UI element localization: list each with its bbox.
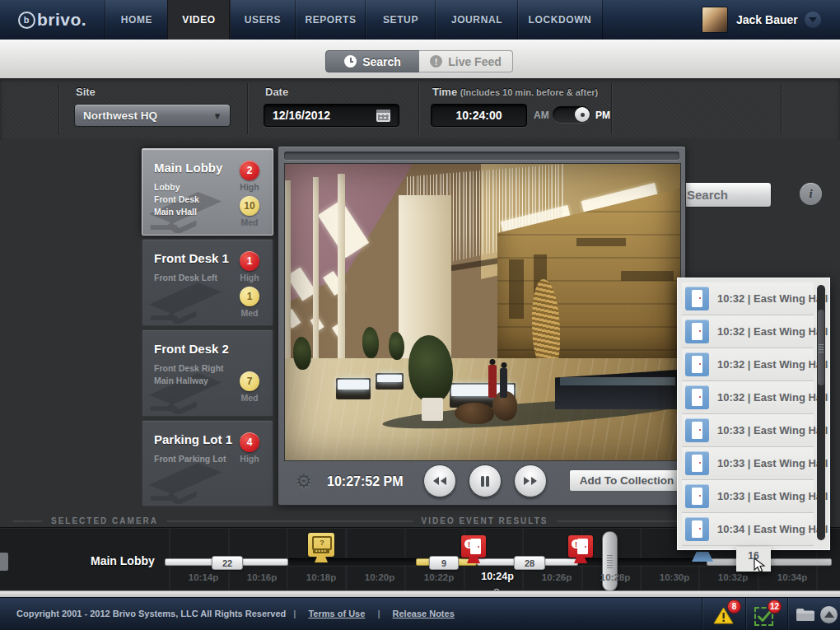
time-input[interactable]: 10:24:00: [431, 104, 527, 127]
pm-label[interactable]: PM: [595, 110, 610, 121]
camera-zone: Front Desk Right: [154, 363, 224, 373]
time-tick: 10:34p: [766, 572, 819, 582]
event-row[interactable]: 10:34 | East Wing Hall: [682, 513, 814, 546]
event-row[interactable]: 10:33 | East Wing Hall: [682, 414, 814, 447]
nav-tab-label: REPORTS: [305, 14, 356, 26]
add-to-collection-button[interactable]: Add To Collection: [569, 469, 684, 492]
date-label: Date: [265, 86, 288, 98]
nav-tab-video[interactable]: VIDEO: [167, 0, 231, 40]
event-count-marker[interactable]: 22: [212, 556, 243, 570]
event-count-marker[interactable]: 28: [514, 556, 545, 570]
nav-tab-lockdown[interactable]: LOCKDOWN: [517, 0, 603, 40]
rewind-button[interactable]: [423, 464, 456, 497]
camera-card-front-desk-2[interactable]: Front Desk 2 Front Desk Right Main Hallw…: [142, 329, 273, 417]
event-row[interactable]: 10:33 | East Wing Hall: [682, 480, 814, 513]
folder-icon: [796, 608, 815, 622]
fast-forward-button[interactable]: [514, 464, 547, 497]
camera-card-parking-lot-1[interactable]: Parking Lot 1 Front Parking Lot 4 High: [142, 420, 273, 506]
user-menu-caret-icon[interactable]: [805, 12, 821, 28]
nav-tab-users[interactable]: USERS: [229, 0, 296, 40]
collections-folder-button[interactable]: [796, 608, 815, 625]
time-label: Time (Includes 10 min. before & after): [432, 86, 598, 98]
nav-tab-label: LOCKDOWN: [529, 14, 592, 26]
door-icon: [692, 290, 702, 307]
exclamation-icon: !: [464, 539, 474, 548]
live-feed-mode-button[interactable]: ! Live Feed: [419, 50, 513, 72]
door-event-icon: [685, 517, 709, 541]
event-text: 10:32 | East Wing Hall: [717, 358, 828, 371]
nav-tab-journal[interactable]: JOURNAL: [435, 0, 518, 40]
time-tick: 10:16p: [236, 572, 288, 582]
event-count-badges: 2 High 10 Med: [235, 161, 264, 231]
divider: [781, 83, 782, 134]
event-marker-icon: !: [568, 535, 593, 558]
camera-card-front-desk-1[interactable]: Front Desk 1 Front Desk Left 1 High 1 Me…: [142, 239, 273, 326]
high-alert-door-event-marker[interactable]: !: [568, 535, 593, 563]
marker-pedestal: [467, 558, 480, 563]
search-button-label: Search: [687, 188, 728, 202]
fast-forward-icon: [523, 476, 538, 486]
am-label[interactable]: AM: [534, 110, 549, 121]
time-tick: 10:20p: [353, 572, 406, 582]
event-count-marker[interactable]: 9: [429, 556, 459, 570]
selected-camera-heading: SELECTED CAMERA: [51, 516, 158, 525]
date-input[interactable]: 12/16/2012: [264, 104, 399, 127]
nav-tab-label: HOME: [121, 14, 152, 26]
gear-icon[interactable]: ⚙: [296, 471, 312, 492]
time-tick: 10:30p: [648, 572, 701, 582]
warning-count-badge: 8: [727, 600, 741, 614]
nav-tab-label: JOURNAL: [451, 14, 502, 26]
video-event-results-heading: VIDEO EVENT RESULTS: [422, 516, 548, 525]
check-count-badge: 12: [768, 600, 782, 614]
view-toggle-bar: Search ! Live Feed: [0, 40, 840, 79]
date-value: 12/16/2012: [273, 109, 330, 122]
info-button[interactable]: i: [800, 183, 822, 205]
unknown-credential-event-marker[interactable]: ? ••••: [308, 533, 334, 562]
event-count-badges: 7 Med: [235, 371, 264, 407]
med-label: Med: [235, 217, 264, 227]
divider: [787, 598, 788, 630]
nav-tab-setup[interactable]: SETUP: [365, 0, 436, 40]
med-count-badge: 7: [240, 371, 259, 391]
top-nav-bar: b brivo. HOME VIDEO USERS REPORTS SETUP …: [0, 0, 840, 40]
timeline-playhead[interactable]: [602, 531, 618, 591]
popup-scrollbar-track[interactable]: [817, 285, 825, 540]
nav-tab-home[interactable]: HOME: [105, 0, 168, 40]
door-icon: [692, 389, 702, 406]
event-row[interactable]: 10:33 | East Wing Hall: [682, 447, 814, 480]
timeline-segment-gap[interactable]: [578, 558, 707, 566]
search-mode-button[interactable]: Search: [325, 50, 420, 72]
collapse-tray-button[interactable]: [820, 606, 838, 623]
pause-button[interactable]: [469, 464, 502, 497]
event-text: 10:32 | East Wing Hall: [717, 325, 828, 338]
site-select[interactable]: Northwest HQ ▼: [74, 104, 231, 127]
release-notes-link[interactable]: Release Notes: [393, 609, 455, 618]
am-pm-toggle[interactable]: [553, 106, 590, 123]
brivo-logo[interactable]: b brivo.: [0, 0, 105, 40]
user-avatar[interactable]: [702, 7, 728, 33]
terms-of-use-link[interactable]: Terms of Use: [308, 609, 365, 618]
event-row[interactable]: 10:32 | East Wing Hall: [682, 282, 814, 315]
user-menu[interactable]: Jack Bauer: [702, 0, 840, 40]
video-player: ⚙ 10:27:52 PM Add To Collection: [278, 146, 686, 506]
divider: [611, 83, 612, 134]
calendar-icon[interactable]: [376, 110, 390, 122]
med-label: Med: [235, 308, 264, 318]
camera-zone: Front Desk: [154, 194, 199, 204]
event-row[interactable]: 10:32 | East Wing Hall: [682, 315, 814, 348]
high-alert-door-event-marker[interactable]: !: [461, 535, 486, 563]
nav-tab-label: SETUP: [383, 14, 418, 26]
exclamation-icon: !: [572, 539, 581, 548]
event-text: 10:33 | East Wing Hall: [717, 424, 828, 436]
popup-scrollbar-thumb[interactable]: [818, 310, 824, 385]
event-row[interactable]: 10:32 | East Wing Hall: [682, 348, 814, 381]
search-mode-label: Search: [362, 55, 401, 68]
time-value: 10:24:00: [455, 109, 502, 122]
event-row[interactable]: 10:32 | East Wing Hall: [682, 381, 814, 414]
event-marker-icon: !: [461, 535, 486, 558]
mouse-cursor: [754, 558, 767, 574]
camera-silhouette-icon: [146, 276, 225, 324]
nav-tab-reports[interactable]: REPORTS: [295, 0, 366, 40]
camera-card-main-lobby[interactable]: Main Lobby Lobby Front Desk Main vHall 2…: [142, 148, 273, 236]
toggle-knob[interactable]: [575, 107, 590, 122]
